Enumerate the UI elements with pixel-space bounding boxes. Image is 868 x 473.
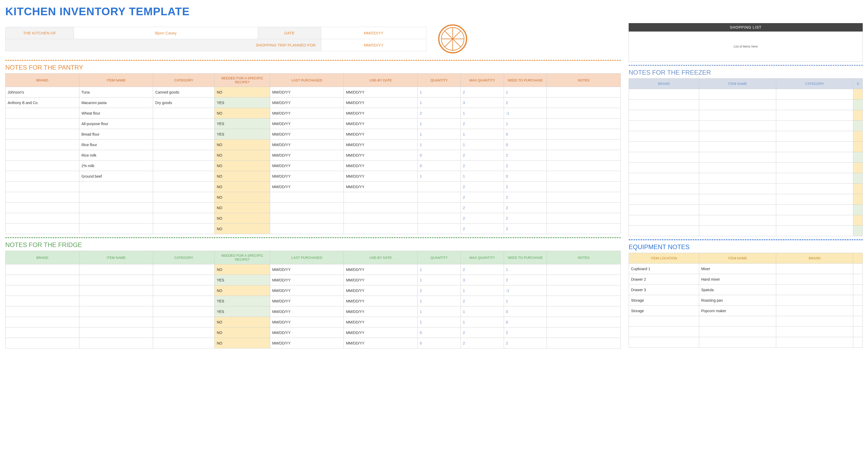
cell[interactable] <box>153 108 215 119</box>
cell[interactable] <box>547 328 621 338</box>
cell[interactable]: MM/DD/YY <box>270 275 344 285</box>
cell[interactable]: MM/DD/YY <box>270 306 344 317</box>
table-row[interactable]: YESMM/DD/YYMM/DD/YY121 <box>5 296 621 306</box>
table-row[interactable]: NOMM/DD/YYMM/DD/YY121 <box>5 264 621 275</box>
cell[interactable] <box>547 171 621 181</box>
cell[interactable]: 2 <box>461 296 504 306</box>
shopping-trip-value[interactable]: MM/DD/YY <box>321 39 426 51</box>
cell[interactable]: 0 <box>418 150 461 161</box>
cell[interactable] <box>547 129 621 139</box>
cell[interactable] <box>776 205 853 215</box>
cell[interactable] <box>776 121 853 131</box>
cell[interactable]: 2% milk <box>79 161 153 171</box>
cell[interactable] <box>547 213 621 224</box>
cell[interactable] <box>547 317 621 328</box>
cell[interactable] <box>79 328 153 338</box>
table-row[interactable]: All-purpose flourYESMM/DD/YYMM/DD/YY121 <box>5 119 621 129</box>
cell[interactable]: 1 <box>461 285 504 296</box>
cell[interactable] <box>629 121 699 131</box>
cell[interactable] <box>629 110 699 121</box>
cell[interactable] <box>79 203 153 213</box>
table-row[interactable]: Bread flourYESMM/DD/YYMM/DD/YY110 <box>5 129 621 139</box>
cell[interactable]: MM/DD/YY <box>344 119 418 129</box>
cell[interactable]: 2 <box>461 224 504 234</box>
cell[interactable] <box>5 129 80 139</box>
cell[interactable] <box>547 98 621 108</box>
table-row[interactable] <box>629 121 863 131</box>
cell[interactable] <box>853 163 863 173</box>
table-row[interactable] <box>629 316 863 327</box>
cell[interactable]: 2 <box>504 192 547 203</box>
cell[interactable]: MM/DD/YY <box>344 338 418 348</box>
kitchen-of-value[interactable]: Bjorn Cavey <box>74 27 258 39</box>
table-row[interactable] <box>629 152 863 163</box>
cell[interactable] <box>79 275 153 285</box>
cell[interactable] <box>153 338 215 348</box>
cell[interactable]: MM/DD/YY <box>344 139 418 150</box>
table-row[interactable] <box>629 89 863 100</box>
cell[interactable] <box>418 224 461 234</box>
cell[interactable] <box>418 213 461 224</box>
cell[interactable]: 2 <box>504 213 547 224</box>
table-row[interactable]: Drawer 2Hand mixer <box>629 274 863 284</box>
cell[interactable] <box>776 274 853 284</box>
cell[interactable]: 1 <box>418 129 461 139</box>
cell[interactable] <box>776 184 853 194</box>
cell[interactable] <box>776 100 853 110</box>
cell[interactable]: Anthony B and Co. <box>5 98 80 108</box>
cell[interactable]: 1 <box>418 306 461 317</box>
cell[interactable] <box>153 171 215 181</box>
cell[interactable]: MM/DD/YY <box>344 306 418 317</box>
cell[interactable]: 2 <box>504 328 547 338</box>
cell[interactable] <box>853 215 863 226</box>
cell[interactable]: 1 <box>504 296 547 306</box>
cell[interactable]: 2 <box>461 338 504 348</box>
table-row[interactable]: YESMM/DD/YYMM/DD/YY110 <box>5 306 621 317</box>
cell[interactable]: MM/DD/YY <box>270 161 344 171</box>
cell[interactable]: 1 <box>504 119 547 129</box>
cell[interactable]: Drawer 3 <box>629 284 699 295</box>
cell[interactable] <box>776 295 853 306</box>
cell[interactable] <box>776 306 853 316</box>
table-row[interactable]: NOMM/DD/YYMM/DD/YY21-1 <box>5 285 621 296</box>
cell[interactable]: 1 <box>418 275 461 285</box>
cell[interactable]: Storage <box>629 295 699 306</box>
cell[interactable]: 2 <box>418 285 461 296</box>
cell[interactable] <box>153 139 215 150</box>
cell[interactable] <box>547 87 621 98</box>
cell[interactable]: YES <box>215 275 270 285</box>
cell[interactable] <box>629 194 699 205</box>
cell[interactable]: MM/DD/YY <box>344 98 418 108</box>
cell[interactable] <box>776 110 853 121</box>
cell[interactable] <box>153 129 215 139</box>
cell[interactable] <box>5 328 80 338</box>
table-row[interactable]: NOMM/DD/YYMM/DD/YY022 <box>5 328 621 338</box>
cell[interactable]: MM/DD/YY <box>344 108 418 119</box>
table-row[interactable]: StoragePopcorn maker <box>629 306 863 316</box>
cell[interactable] <box>547 285 621 296</box>
cell[interactable] <box>699 110 776 121</box>
cell[interactable] <box>699 121 776 131</box>
cell[interactable] <box>629 226 699 236</box>
cell[interactable]: MM/DD/YY <box>344 171 418 181</box>
cell[interactable] <box>5 275 80 285</box>
cell[interactable]: 0 <box>504 129 547 139</box>
cell[interactable] <box>629 173 699 184</box>
cell[interactable] <box>776 194 853 205</box>
cell[interactable]: -1 <box>504 108 547 119</box>
cell[interactable]: MM/DD/YY <box>344 161 418 171</box>
cell[interactable] <box>853 264 863 274</box>
cell[interactable]: 0 <box>418 328 461 338</box>
cell[interactable]: MM/DD/YY <box>344 264 418 275</box>
cell[interactable] <box>270 203 344 213</box>
cell[interactable]: Macaroni pasta <box>79 98 153 108</box>
cell[interactable] <box>699 89 776 100</box>
table-row[interactable]: NO22 <box>5 192 621 203</box>
cell[interactable]: 2 <box>504 224 547 234</box>
cell[interactable] <box>629 131 699 142</box>
cell[interactable] <box>699 142 776 152</box>
cell[interactable] <box>5 161 80 171</box>
cell[interactable] <box>5 181 80 192</box>
table-row[interactable] <box>629 173 863 184</box>
cell[interactable] <box>5 224 80 234</box>
